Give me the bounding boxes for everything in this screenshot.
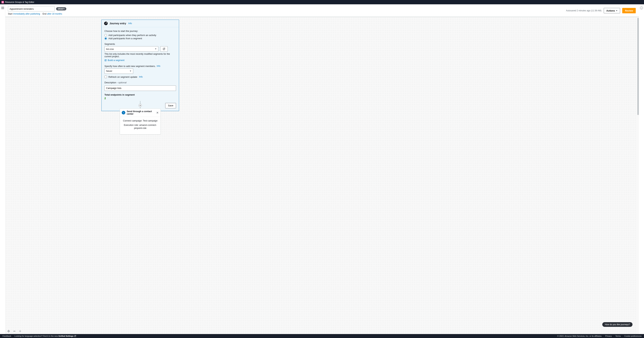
frequency-select[interactable]: Never (104, 68, 133, 74)
journey-name-input[interactable] (8, 6, 55, 12)
external-link-icon (104, 59, 106, 61)
footer-terms-link[interactable]: Terms (616, 335, 621, 337)
svg-rect-1 (2, 2, 3, 3)
footer-lang-text: Looking for language selection? Find it … (14, 335, 58, 337)
radio-segment-label: Add participants from a segment (108, 37, 142, 40)
radio-segment[interactable]: Add participants from a segment (104, 37, 176, 40)
contact-center-title: Send through a contact center (127, 110, 154, 115)
right-rail: i (639, 4, 644, 334)
minus-icon (13, 330, 16, 332)
journey-entry-icon (104, 22, 108, 25)
campaign-label: Connect campaign: (123, 120, 143, 122)
campaign-row: Connect campaign: Test-campaign (122, 119, 158, 123)
description-optional: optional (118, 81, 126, 84)
frequency-label-text: Specify how often to add new segment mem… (104, 65, 156, 68)
start-value-link[interactable]: Immediately after publishing (13, 13, 40, 15)
journey-timing: Start Immediately after publishing End a… (8, 13, 66, 15)
journey-toolbar: DRAFT Start Immediately after publishing… (6, 4, 639, 17)
journey-entry-card: Journey entry Info Choose how to start t… (102, 20, 179, 111)
journey-entry-info-link[interactable]: Info (128, 22, 132, 25)
footer-privacy-link[interactable]: Privacy (605, 335, 612, 337)
segments-label: Segments (104, 43, 176, 45)
contact-center-card: Send through a contact center ✕ Connect … (120, 109, 161, 134)
role-label: Execution role: (124, 124, 139, 126)
end-label: End (42, 13, 46, 15)
end-value-link[interactable]: after 18 months (47, 13, 62, 15)
plus-icon (19, 330, 22, 332)
footer: Feedback Looking for language selection?… (0, 334, 644, 338)
frequency-label: Specify how often to add new segment mem… (104, 65, 176, 68)
zoom-out-button[interactable] (12, 329, 16, 333)
radio-activity-input[interactable] (104, 34, 107, 37)
journey-canvas[interactable]: Journey entry Info Choose how to start t… (6, 17, 637, 334)
total-endpoints-value: 2 (104, 97, 176, 100)
campaign-value: Test-campaign (143, 120, 158, 122)
phone-icon (122, 111, 125, 115)
recenter-button[interactable] (7, 329, 10, 333)
segment-select[interactable]: list-ccw (104, 46, 158, 52)
refresh-on-update-row[interactable]: Refresh on segment update Info (104, 76, 176, 78)
feedback-pill[interactable]: How do you like journeys? (602, 322, 632, 327)
scrollbar-thumb[interactable] (637, 18, 639, 115)
choose-start-label: Choose how to start the journey: (104, 30, 176, 32)
zoom-in-button[interactable] (18, 329, 22, 333)
refresh-info-link[interactable]: Info (139, 76, 142, 78)
footer-copyright: © 2022, Amazon Web Services, Inc. or its… (557, 335, 602, 337)
actions-label: Actions (606, 9, 615, 12)
radio-segment-input[interactable] (104, 37, 107, 40)
status-badge: DRAFT (56, 7, 66, 11)
refresh-icon (162, 48, 166, 50)
refresh-on-update-label: Refresh on segment update (108, 76, 137, 78)
role-row: Execution role: amazon-connect-pinpoint-… (122, 124, 158, 130)
plus-icon (139, 105, 141, 106)
radio-activity[interactable]: Add participants when they perform an ac… (104, 34, 176, 37)
unified-settings-text: Unified Settings (58, 335, 74, 337)
start-label: Start (8, 13, 12, 15)
service-title: Resource Groups & Tag Editor (5, 1, 34, 4)
radio-activity-label: Add participants when they perform an ac… (108, 34, 156, 37)
description-input[interactable] (104, 86, 176, 91)
total-endpoints-label: Total endpoints in segment (104, 93, 176, 96)
vertical-scrollbar[interactable] (637, 17, 639, 334)
info-icon[interactable]: i (640, 7, 643, 9)
review-button[interactable]: Review (622, 8, 636, 13)
build-segment-link[interactable]: Build a segment (104, 59, 124, 62)
autosave-text: Autosaved 2 minutes ago (11:38 AM) (566, 9, 602, 12)
frequency-info-link[interactable]: Info (157, 65, 160, 67)
save-button[interactable]: Save (165, 103, 176, 108)
actions-button[interactable]: Actions (604, 8, 620, 13)
description-label-text: Description - (104, 81, 118, 84)
external-link-icon (74, 335, 76, 337)
build-segment-text: Build a segment (108, 59, 124, 62)
canvas-controls (7, 329, 22, 333)
service-logo-icon (2, 1, 4, 4)
target-icon (7, 330, 10, 332)
journey-entry-title: Journey entry (110, 22, 126, 25)
svg-point-3 (8, 331, 9, 331)
refresh-segments-button[interactable] (160, 46, 168, 52)
service-bar: Resource Groups & Tag Editor (0, 0, 644, 4)
journey-canvas-wrap: Journey entry Info Choose how to start t… (6, 17, 639, 334)
frequency-select-value: Never (106, 70, 112, 72)
left-panel-handle (0, 4, 6, 334)
menu-icon[interactable] (1, 7, 4, 9)
description-label: Description - optional (104, 81, 176, 84)
refresh-on-update-checkbox[interactable] (104, 76, 107, 78)
close-icon[interactable]: ✕ (156, 111, 159, 115)
unified-settings-link[interactable]: Unified Settings (58, 335, 76, 337)
chevron-down-icon (616, 10, 618, 11)
connector-line-2 (140, 107, 140, 109)
footer-feedback-link[interactable]: Feedback (2, 335, 11, 337)
segment-select-value: list-ccw (106, 48, 114, 50)
segments-hint: This list only includes the most recentl… (104, 53, 176, 58)
footer-cookie-link[interactable]: Cookie preferences (624, 335, 642, 337)
footer-lang-hint: Looking for language selection? Find it … (14, 335, 76, 337)
